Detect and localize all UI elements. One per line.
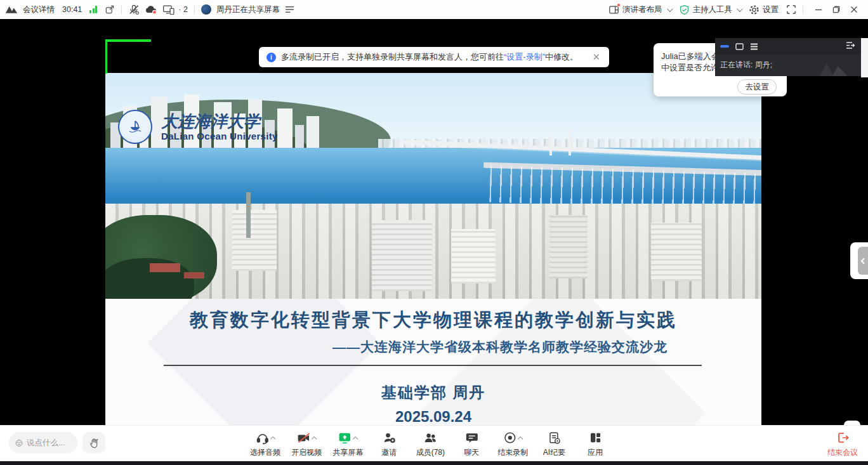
screen-bottom-edge: [0, 461, 868, 465]
toolbar-item-start-video[interactable]: 开启视频: [291, 429, 322, 458]
headset-icon: [255, 431, 270, 445]
toolbar-item-label: 成员(78): [416, 447, 445, 458]
bottom-toolbar: 选择音频 开启视频 共享屏幕: [0, 425, 868, 461]
sharer-avatar: [201, 4, 211, 15]
university-name-cn: 大连海洋大学: [161, 113, 278, 129]
toolbar-item-label: 结束录制: [497, 447, 528, 458]
host-tools-label: 主持人工具: [693, 4, 733, 15]
university-logo-block: 大连海洋大学 DaLian Ocean University: [118, 110, 278, 144]
toolbar-item-members[interactable]: 成员(78): [415, 429, 445, 458]
end-meeting-button[interactable]: 结束会议: [827, 429, 858, 458]
meeting-timer: 30:41: [62, 5, 82, 14]
slide-presenter: 基础学部 周丹: [105, 383, 761, 403]
minimize-button[interactable]: [810, 1, 827, 18]
slide-photo-dalian-coast: 大连海洋大学 DaLian Ocean University: [105, 73, 761, 299]
panel-layout-icon[interactable]: [735, 43, 744, 50]
device-count: · 2: [178, 5, 188, 14]
invite-icon: [382, 431, 397, 445]
chat-input[interactable]: [27, 438, 71, 447]
open-window-icon[interactable]: [105, 4, 115, 15]
banner-settings-link[interactable]: “设置-录制”: [504, 51, 545, 63]
hand-icon: [89, 438, 100, 449]
meeting-stage: 大连海洋大学 DaLian Ocean University 教育数字化转型背景…: [0, 19, 868, 425]
host-tools-button[interactable]: 主持人工具: [679, 4, 742, 15]
chevron-up-icon[interactable]: [311, 436, 316, 442]
divider: [194, 5, 195, 14]
chevron-left-icon: [860, 258, 867, 264]
divider: [121, 5, 122, 14]
panel-edge: [861, 38, 868, 77]
slide-divider-line: [164, 365, 702, 366]
chat-icon: [464, 431, 479, 445]
panel-expand-icon[interactable]: [846, 41, 856, 52]
network-signal-icon: [89, 6, 97, 13]
share-border-top: [105, 39, 151, 42]
info-icon: i: [266, 53, 276, 62]
university-name-en: DaLian Ocean University: [161, 131, 278, 141]
chevron-up-icon[interactable]: [270, 436, 275, 442]
toolbar-item-chat[interactable]: 聊天: [456, 429, 487, 458]
banner-text-after: 中修改。: [545, 51, 578, 63]
close-button[interactable]: [845, 1, 863, 18]
multi-device-indicator[interactable]: · 2: [162, 4, 188, 15]
record-stop-icon: [503, 431, 517, 445]
chevron-up-icon[interactable]: [353, 436, 358, 442]
chevron-down-icon: [666, 6, 673, 12]
toolbar-item-ai-notes[interactable]: AI纪要: [539, 429, 569, 458]
toolbar-item-share-screen[interactable]: 共享屏幕: [332, 429, 363, 458]
toolbar-item-label: 邀请: [381, 447, 397, 458]
divider: [803, 5, 803, 14]
fullscreen-icon[interactable]: [786, 4, 796, 15]
toolbar-item-label: AI纪要: [543, 447, 565, 458]
banner-text: 多流录制已开启，支持单独录制共享屏幕和发言人，您可前往: [281, 51, 504, 63]
share-border-left: [105, 39, 107, 74]
toolbar-item-select-audio[interactable]: 选择音频: [250, 429, 280, 458]
toolbar-center-items: 选择音频 开启视频 共享屏幕: [250, 429, 610, 458]
camera-off-icon: [296, 431, 311, 445]
panel-minimize-icon[interactable]: [720, 45, 729, 48]
collapse-panel-handle[interactable]: [858, 247, 868, 275]
speaker-layout-button[interactable]: 演讲者布局: [608, 4, 671, 15]
sharing-status-text: 周丹正在共享屏幕: [216, 4, 280, 15]
panel-list-icon[interactable]: [750, 43, 758, 50]
cloud-recording-icon[interactable]: [145, 4, 157, 15]
settings-button[interactable]: 设置: [749, 4, 779, 15]
watermark-logo-icon: [817, 57, 852, 76]
audio-off-icon[interactable]: [128, 4, 140, 15]
maximize-button[interactable]: [827, 1, 845, 18]
slide-title: 教育数字化转型背景下大学物理课程的教学创新与实践: [105, 308, 761, 333]
side-panel-tab: [850, 242, 868, 279]
meeting-details-button[interactable]: 会议详情: [23, 4, 55, 15]
toolbar-item-label: 聊天: [464, 447, 479, 458]
members-icon: [423, 431, 438, 445]
banner-close-icon[interactable]: ✕: [591, 51, 602, 63]
ai-notes-icon: [547, 431, 562, 445]
recording-banner: i 多流录制已开启，支持单独录制共享屏幕和发言人，您可前往 “设置-录制” 中修…: [259, 47, 609, 67]
toolbar-item-stop-recording[interactable]: 结束录制: [497, 429, 528, 458]
toolbar-item-invite[interactable]: 邀请: [374, 429, 404, 458]
slide-date: 2025.09.24: [105, 408, 761, 426]
university-seal-icon: [118, 110, 152, 144]
quick-chat-pill[interactable]: [9, 432, 77, 454]
floating-video-panel: 正在讲话: 周丹;: [715, 38, 861, 76]
slide-text-area: 教育数字化转型背景下大学物理课程的教学创新与实践 ——大连海洋大学省级本科教学名…: [105, 299, 761, 443]
exit-door-icon: [836, 431, 850, 445]
meeting-logo-icon: [5, 4, 18, 15]
slide-subtitle: ——大连海洋大学省级本科教学名师教学经验交流沙龙: [105, 338, 761, 356]
share-screen-icon: [337, 431, 352, 445]
toolbar-item-apps[interactable]: 应用: [580, 429, 610, 458]
toolbar-item-label: 开启视频: [291, 447, 322, 458]
share-list-icon[interactable]: [285, 6, 294, 13]
toolbar-item-label: 选择音频: [250, 447, 280, 458]
titlebar: 会议详情 30:41 · 2 周丹正在共享屏幕: [0, 0, 868, 19]
chevron-down-icon: [737, 6, 743, 12]
apps-icon: [588, 431, 602, 445]
chevron-up-icon[interactable]: [517, 436, 522, 442]
shared-screen-slide: 大连海洋大学 DaLian Ocean University 教育数字化转型背景…: [105, 39, 761, 443]
raise-hand-button[interactable]: [82, 432, 105, 454]
end-meeting-label: 结束会议: [827, 447, 858, 458]
settings-label: 设置: [763, 4, 779, 15]
red-badge-dot: [617, 3, 621, 7]
go-to-settings-button[interactable]: 去设置: [737, 79, 777, 95]
emoji-icon: [15, 438, 23, 448]
